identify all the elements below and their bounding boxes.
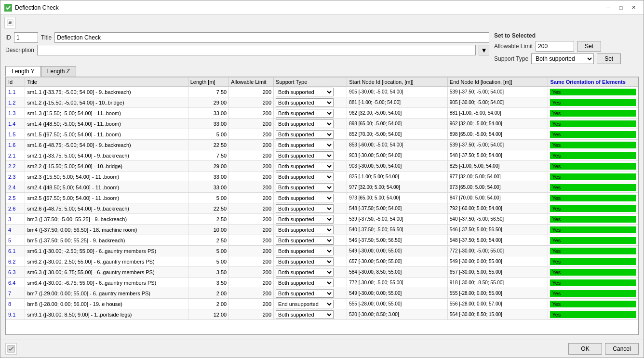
- cell-start-node: 881 [-1.00; -5.00; 54.00]: [347, 97, 448, 108]
- support-type-row-select[interactable]: Both supportedEnd unsupportedBoth unsupp…: [276, 141, 334, 149]
- support-type-row-select[interactable]: Both supportedEnd unsupportedBoth unsupp…: [276, 268, 334, 277]
- support-type-row-select[interactable]: Both supportedEnd unsupportedBoth unsupp…: [276, 247, 334, 255]
- cell-end-node: 881 [-1.00; -5.00; 54.00]: [447, 108, 548, 119]
- cell-support: Both supportedEnd unsupportedBoth unsupp…: [274, 108, 347, 119]
- cell-end-node: 556 [-28.00; 0.00; 57.00]: [447, 299, 548, 309]
- cell-id: 8: [6, 299, 25, 309]
- table-row: 2.6 sm2.6 ([-48.75; 5.00; 54.00] - 9..ba…: [6, 203, 638, 214]
- cell-title: bm3 ([-37.50; -5.00; 55.25] - 9..backrea…: [25, 214, 188, 225]
- cell-orient: Yes: [548, 87, 638, 97]
- table-row: 1.4 sm1.4 ([48.50; -5.00; 54.00] - 11..b…: [6, 119, 638, 129]
- cell-length: 33.00: [188, 108, 229, 119]
- description-input[interactable]: [37, 45, 476, 55]
- support-type-row-select[interactable]: Both supportedEnd unsupportedBoth unsupp…: [276, 172, 334, 181]
- support-type-row-select[interactable]: Both supportedEnd unsupportedBoth unsupp…: [276, 162, 334, 171]
- cell-length: 12.00: [188, 309, 229, 320]
- cancel-button[interactable]: Cancel: [605, 343, 639, 355]
- cell-start-node: 977 [32.00; 5.00; 54.00]: [347, 182, 448, 193]
- maximize-button[interactable]: □: [615, 2, 627, 13]
- footer-icon: [5, 343, 17, 355]
- support-type-row-select[interactable]: Both supportedEnd unsupportedBoth unsupp…: [276, 204, 334, 213]
- cell-id: 6.1: [6, 246, 25, 256]
- cell-orient: Yes: [548, 161, 638, 172]
- table-row: 2.1 sm2.1 ([-33.75; 5.00; 54.00] - 9..ba…: [6, 150, 638, 161]
- cell-end-node: 539 [-37.50; -5.00; 54.00]: [447, 87, 548, 97]
- minimize-button[interactable]: ─: [602, 2, 615, 13]
- cell-support: Both supportedEnd unsupportedBoth unsupp…: [274, 193, 347, 203]
- description-dropdown-btn[interactable]: ▼: [479, 45, 489, 55]
- cell-length: 7.50: [188, 87, 229, 97]
- cell-title: bm4 ([-37.50; 0.00; 56.50] - 18..machine…: [25, 225, 188, 235]
- cell-length: 10.00: [188, 225, 229, 235]
- cell-allowable: 200: [229, 246, 274, 256]
- cell-end-node: 657 [-30.00; 5.00; 55.00]: [447, 267, 548, 278]
- table-scroll-area[interactable]: Id Title Length [m] Allowable Limit Supp…: [6, 77, 638, 334]
- cell-orient: Yes: [548, 214, 638, 225]
- support-type-row-select[interactable]: Both supportedEnd unsupportedBoth unsupp…: [276, 236, 334, 245]
- tab-length-y[interactable]: Length Y: [5, 66, 41, 77]
- cell-length: 5.00: [188, 129, 229, 140]
- cell-orient: Yes: [548, 235, 638, 246]
- table-row: 6.1 sm6.1 ([-30.00; -2.50; 55.00] - 6..g…: [6, 246, 638, 256]
- cell-length: 22.50: [188, 140, 229, 150]
- cell-length: 2.50: [188, 214, 229, 225]
- support-set-button[interactable]: Set: [597, 53, 621, 64]
- cell-length: 22.50: [188, 203, 229, 214]
- cell-allowable: 200: [229, 267, 274, 278]
- support-type-select[interactable]: Both supported End unsupported Both unsu…: [531, 53, 594, 64]
- cell-length: 29.00: [188, 161, 229, 172]
- cell-title: sm2.1 ([-33.75; 5.00; 54.00] - 9..backre…: [25, 150, 188, 161]
- cell-id: 1.4: [6, 119, 25, 129]
- support-type-row-select[interactable]: Both supportedEnd unsupportedBoth unsupp…: [276, 109, 334, 118]
- data-table: Id Title Length [m] Allowable Limit Supp…: [6, 77, 638, 320]
- cell-length: 7.50: [188, 150, 229, 161]
- support-type-row-select[interactable]: Both supportedEnd unsupportedBoth unsupp…: [276, 194, 334, 202]
- cell-id: 9.1: [6, 309, 25, 320]
- support-type-row-select[interactable]: Both supportedEnd unsupportedBoth unsupp…: [276, 278, 334, 287]
- support-type-row-select[interactable]: Both supportedEnd unsupportedBoth unsupp…: [276, 130, 334, 139]
- tab-length-z[interactable]: Length Z: [41, 66, 76, 77]
- cell-title: sm2.5 ([67.50; 5.00; 54.00] - 11..boom): [25, 193, 188, 203]
- support-type-row-select[interactable]: Both supportedEnd unsupportedBoth unsupp…: [276, 88, 334, 96]
- cell-length: 2.50: [188, 235, 229, 246]
- support-type-row-select[interactable]: Both supportedEnd unsupportedBoth unsupp…: [276, 225, 334, 234]
- edit-icon[interactable]: [4, 17, 16, 28]
- support-type-row-select[interactable]: Both supportedEnd unsupportedBoth unsupp…: [276, 257, 334, 266]
- close-button[interactable]: ✕: [627, 2, 640, 13]
- cell-allowable: 200: [229, 140, 274, 150]
- allowable-set-button[interactable]: Set: [577, 41, 601, 52]
- toolbar: [0, 15, 644, 30]
- support-type-row-select[interactable]: Both supportedEnd unsupportedBoth unsupp…: [276, 310, 334, 319]
- cell-title: sm2.2 ([-15.50; 5.00; 54.00] - 10..bridg…: [25, 161, 188, 172]
- allowable-limit-input[interactable]: [536, 41, 574, 52]
- cell-support: Both supportedEnd unsupportedBoth unsupp…: [274, 129, 347, 140]
- support-type-row-select[interactable]: Both supportedEnd unsupportedBoth unsupp…: [276, 183, 334, 192]
- support-type-row-select[interactable]: Both supportedEnd unsupportedBoth unsupp…: [276, 151, 334, 160]
- support-type-label: Support Type: [494, 55, 528, 62]
- table-row: 1.1 sm1.1 ([-33.75; -5.00; 54.00] - 9..b…: [6, 87, 638, 97]
- cell-end-node: 962 [32.00; -5.00; 54.00]: [447, 119, 548, 129]
- cell-start-node: 549 [-30.00; 0.00; 55.00]: [347, 246, 448, 256]
- cell-length: 33.00: [188, 119, 229, 129]
- title-input[interactable]: [54, 32, 489, 43]
- col-header-end-node: End Node Id [location, [m]]: [447, 78, 548, 87]
- table-row: 6.3 sm6.3 ([-30.00; 6.75; 55.00] - 6..ga…: [6, 267, 638, 278]
- cell-allowable: 200: [229, 97, 274, 108]
- cell-allowable: 200: [229, 309, 274, 320]
- cell-support: Both supportedEnd unsupportedBoth unsupp…: [274, 119, 347, 129]
- support-type-row-select[interactable]: Both supportedEnd unsupportedBoth unsupp…: [276, 98, 334, 107]
- cell-title: sm9.1 ([-30.00; 8.50; 9.00] - 1..portsid…: [25, 309, 188, 320]
- support-type-row-select[interactable]: Both supportedEnd unsupportedBoth unsupp…: [276, 289, 334, 298]
- support-type-row-select[interactable]: Both supportedEnd unsupportedBoth unsupp…: [276, 300, 334, 308]
- description-label: Description: [5, 47, 34, 53]
- cell-end-node: 564 [-30.00; 8.50; 15.00]: [447, 309, 548, 320]
- support-type-row-select[interactable]: Both supportedEnd unsupportedBoth unsupp…: [276, 215, 334, 224]
- support-type-row-select[interactable]: Both supportedEnd unsupportedBoth unsupp…: [276, 119, 334, 128]
- cell-length: 3.50: [188, 278, 229, 288]
- orient-badge: Yes: [550, 248, 636, 254]
- ok-button[interactable]: OK: [568, 343, 602, 355]
- cell-start-node: 905 [-30.00; -5.00; 54.00]: [347, 87, 448, 97]
- id-input[interactable]: [14, 32, 38, 43]
- orient-badge: Yes: [550, 173, 636, 180]
- col-header-orient: Same Orientation of Elements: [548, 78, 638, 87]
